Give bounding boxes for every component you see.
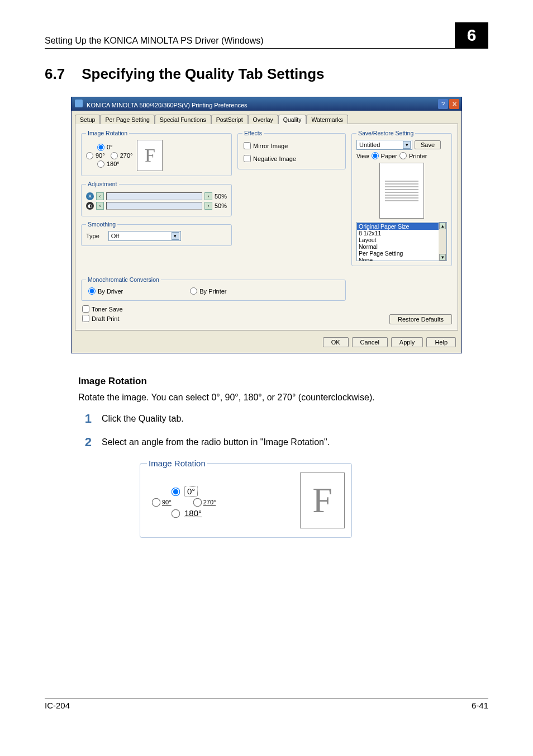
tab-special[interactable]: Special Functions (155, 115, 211, 124)
tab-overlay[interactable]: Overlay (248, 115, 278, 124)
zoom-rot-0-label: 0° (184, 486, 198, 497)
smoothing-type-label: Type (86, 233, 99, 239)
rot-180-radio[interactable]: 180° (97, 160, 132, 168)
list-item[interactable]: Layout (357, 237, 439, 243)
toner-save-input[interactable] (82, 305, 89, 313)
dialog-buttons: OK Cancel Apply Help (72, 334, 461, 353)
image-rotation-legend: Image Rotation (86, 130, 129, 136)
adjustment-legend: Adjustment (86, 181, 119, 187)
toner-save-check[interactable]: Toner Save (82, 305, 345, 313)
ok-button[interactable]: OK (323, 337, 349, 347)
mirror-image-check[interactable]: Mirror Image (244, 142, 340, 149)
restore-defaults-button[interactable]: Restore Defaults (389, 314, 452, 324)
list-item[interactable]: None (357, 257, 439, 261)
printing-preferences-dialog: KONICA MINOLTA 500/420/360PS(V) Printing… (71, 97, 462, 353)
smoothing-type-combo[interactable]: Off ▾ (108, 231, 181, 241)
step-number-1: 1 (78, 412, 92, 426)
zoom-rot-270-radio[interactable]: 270° (194, 499, 216, 506)
setting-name-combo[interactable]: Untitled ▾ (356, 140, 412, 150)
section-number: 6.7 (45, 65, 65, 83)
rot-270-radio[interactable]: 270° (111, 152, 133, 159)
help-titlebar-button[interactable]: ? (438, 99, 448, 109)
image-rotation-zoom: Image Rotation 0° 90° 270° (140, 459, 352, 538)
smoothing-legend: Smoothing (86, 221, 117, 228)
quality-tab-panel: Image Rotation 0° 90° (75, 124, 458, 330)
subheading: Image Rotation (78, 376, 488, 387)
apply-button[interactable]: Apply (391, 337, 423, 347)
tab-watermarks[interactable]: Watermarks (306, 115, 348, 124)
smoothing-type-value: Off (111, 233, 119, 239)
zoom-rot-0-input[interactable] (172, 488, 180, 497)
monochromatic-legend: Monochromatic Conversion (86, 276, 161, 283)
save-button[interactable]: Save (415, 140, 441, 149)
by-driver-input[interactable] (88, 287, 96, 295)
section-title: Specifying the Quality Tab Settings (82, 65, 324, 83)
view-label: View (356, 153, 369, 159)
zoom-rot-90-radio[interactable]: 90° (153, 499, 172, 506)
brightness-value: 50% (215, 193, 227, 200)
effects-legend: Effects (242, 130, 264, 136)
view-printer-radio[interactable]: Printer (399, 152, 427, 159)
chevron-down-icon[interactable]: ▾ (403, 141, 411, 149)
list-item[interactable]: Normal (357, 243, 439, 250)
negative-image-input[interactable] (244, 155, 251, 162)
save-restore-group: Save/Restore Setting Untitled ▾ Save Vie… (351, 130, 452, 266)
zoom-rot-270-input[interactable] (193, 498, 202, 507)
contrast-icon: ◐ (86, 202, 94, 210)
draft-print-check[interactable]: Draft Print (82, 315, 345, 322)
app-icon (75, 100, 83, 107)
tab-quality[interactable]: Quality (278, 115, 307, 124)
chevron-down-icon[interactable]: ▾ (172, 232, 179, 240)
rot-270-input[interactable] (111, 152, 118, 159)
negative-image-check[interactable]: Negative Image (244, 155, 340, 162)
view-paper-input[interactable] (372, 152, 379, 159)
rot-0-radio[interactable]: 0° (97, 144, 132, 151)
list-item[interactable]: Original Paper Size (357, 223, 439, 230)
by-printer-input[interactable] (190, 287, 197, 295)
step-text-2: Select an angle from the radio button in… (102, 435, 330, 447)
tab-per-page[interactable]: Per Page Setting (100, 115, 154, 124)
zoom-legend: Image Rotation (147, 459, 207, 468)
smoothing-group: Smoothing Type Off ▾ (81, 221, 232, 246)
rot-90-input[interactable] (86, 152, 93, 159)
settings-listbox[interactable]: Original Paper Size 8 1/2x11 Layout Norm… (356, 222, 447, 261)
by-driver-radio[interactable]: By Driver (88, 287, 123, 295)
zoom-rot-90-input[interactable] (152, 498, 161, 507)
section-heading: 6.7 Specifying the Quality Tab Settings (45, 65, 488, 83)
contrast-track[interactable] (106, 202, 202, 210)
adjustment-group: Adjustment ☀ ‹ › 50% ◐ ‹ › 50% (81, 181, 232, 216)
effects-group: Effects Mirror Image Negative Image (237, 130, 346, 169)
tab-setup[interactable]: Setup (75, 115, 100, 124)
mirror-image-input[interactable] (244, 142, 251, 149)
list-item[interactable]: Per Page Setting (357, 250, 439, 257)
contrast-inc[interactable]: › (204, 202, 212, 210)
paragraph: Rotate the image. You can select 0°, 90°… (78, 393, 488, 403)
rot-90-radio[interactable]: 90° (86, 152, 105, 159)
step-number-2: 2 (78, 435, 92, 450)
running-header: Setting Up the KONICA MINOLTA PS Driver … (45, 36, 264, 46)
close-titlebar-button[interactable]: ✕ (449, 99, 459, 109)
monochromatic-group: Monochromatic Conversion By Driver By Pr… (81, 276, 346, 301)
help-button[interactable]: Help (426, 337, 456, 347)
brightness-icon: ☀ (86, 192, 94, 200)
zoom-rot-180-input[interactable] (172, 509, 180, 518)
draft-print-input[interactable] (82, 315, 89, 322)
footer-left: IC-204 (45, 701, 70, 710)
by-printer-radio[interactable]: By Printer (190, 287, 226, 295)
footer-right: 6-41 (472, 701, 488, 710)
brightness-inc[interactable]: › (204, 192, 212, 200)
rot-180-input[interactable] (97, 160, 104, 168)
dialog-title: KONICA MINOLTA 500/420/360PS(V) Printing… (87, 102, 248, 108)
listbox-scrollbar[interactable]: ▴▾ (439, 223, 446, 261)
dialog-titlebar: KONICA MINOLTA 500/420/360PS(V) Printing… (72, 97, 461, 111)
contrast-dec[interactable]: ‹ (96, 202, 104, 210)
view-paper-radio[interactable]: Paper (372, 152, 397, 159)
view-printer-input[interactable] (399, 152, 407, 159)
rot-0-input[interactable] (97, 144, 104, 151)
list-item[interactable]: 8 1/2x11 (357, 230, 439, 237)
tab-postscript[interactable]: PostScript (211, 115, 248, 124)
save-restore-legend: Save/Restore Setting (356, 130, 415, 136)
cancel-button[interactable]: Cancel (352, 337, 388, 347)
brightness-track[interactable] (106, 192, 202, 200)
brightness-dec[interactable]: ‹ (96, 192, 104, 200)
